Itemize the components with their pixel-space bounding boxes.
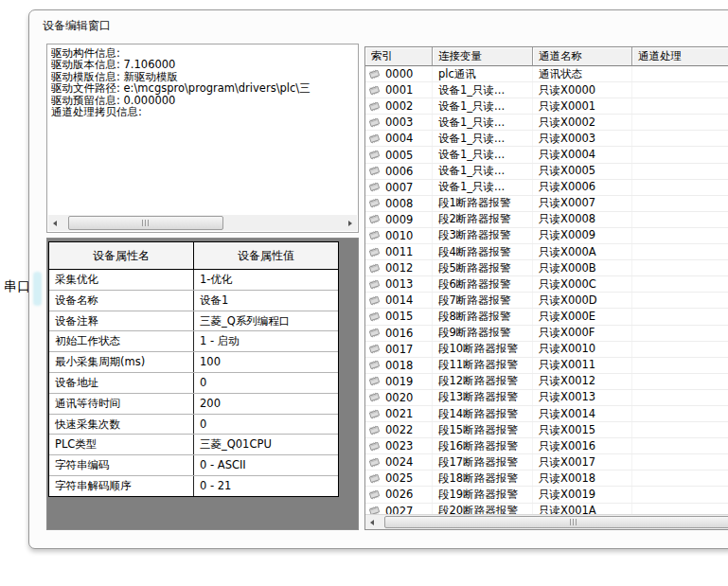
driver-scrollbar-track[interactable]: [62, 215, 344, 231]
property-value-cell[interactable]: 100: [194, 352, 338, 372]
channel-processing-cell: [632, 293, 728, 308]
channel-row[interactable]: 0002设备1_只读...只读X0001: [365, 98, 728, 115]
channel-name-cell: 只读X0013: [533, 390, 632, 405]
column-header-channel-name[interactable]: 通道名称: [533, 47, 632, 66]
grid-scrollbar-track[interactable]: [379, 515, 728, 529]
property-row: 采集优化1-优化: [49, 270, 338, 291]
column-header-channel-processing[interactable]: 通道处理: [632, 47, 728, 66]
channel-index: 0000: [385, 67, 413, 80]
property-value-cell[interactable]: 设备1: [194, 291, 338, 311]
scroll-left-arrow-icon[interactable]: [48, 215, 62, 231]
property-name-cell: 字符串编码: [49, 455, 194, 475]
chip-icon: [367, 392, 381, 402]
grid-horizontal-scrollbar[interactable]: [365, 514, 728, 529]
property-value-cell[interactable]: 0: [194, 415, 338, 435]
scroll-left-arrow-icon[interactable]: [365, 515, 379, 529]
channel-index: 0010: [385, 229, 413, 242]
channel-variable-cell: 段19断路器报警: [433, 487, 533, 502]
property-value-cell[interactable]: 1-优化: [194, 270, 338, 290]
channel-row[interactable]: 0013段6断路器报警只读X000C: [365, 276, 728, 293]
channel-variable-cell: 设备1_只读...: [433, 164, 533, 179]
channel-row[interactable]: 0004设备1_只读...只读X0003: [365, 131, 728, 147]
channel-name-cell: 只读X0005: [533, 164, 632, 179]
column-header-variable[interactable]: 连接变量: [433, 47, 533, 66]
channel-index: 0016: [385, 327, 413, 340]
chip-icon: [367, 295, 381, 306]
channel-row[interactable]: 0006设备1_只读...只读X0005: [365, 164, 728, 180]
channel-processing-cell: [632, 276, 728, 292]
channel-row[interactable]: 0025段18断路器报警只读X0018: [365, 471, 728, 487]
property-name-cell: 初始工作状态: [49, 331, 194, 351]
channel-row[interactable]: 0018段11断路器报警只读X0011: [365, 358, 728, 374]
channel-variable-cell: 段9断路器报警: [433, 326, 533, 341]
channel-row[interactable]: 0008段1断路器报警只读X0007: [365, 196, 728, 212]
channel-index-cell: 0024: [365, 454, 433, 470]
channel-index: 0002: [385, 99, 413, 113]
channel-row[interactable]: 0009段2断路器报警只读X0008: [365, 212, 728, 228]
channel-row[interactable]: 0016段9断路器报警只读X000F: [365, 326, 728, 342]
chip-icon: [367, 182, 381, 192]
channel-row[interactable]: 0026段19断路器报警只读X0019: [365, 487, 728, 503]
channel-row[interactable]: 0024段17断路器报警只读X0017: [365, 454, 728, 471]
channel-row[interactable]: 0005设备1_只读...只读X0004: [365, 147, 728, 163]
chip-icon: [367, 117, 381, 128]
channel-variable-cell: 设备1_只读...: [433, 180, 533, 195]
property-value-header: 设备属性值: [194, 242, 338, 269]
channel-row[interactable]: 0017段10断路器报警只读X0010: [365, 342, 728, 358]
property-row: 设备注释三菱_Q系列编程口: [49, 311, 338, 332]
channel-processing-cell: [632, 471, 728, 486]
channel-index-cell: 0002: [365, 98, 433, 114]
driver-scrollbar-thumb[interactable]: [68, 216, 223, 230]
property-panel: 设备属性名 设备属性值 采集优化1-优化设备名称设备1设备注释三菱_Q系列编程口…: [46, 238, 359, 530]
chip-icon: [367, 263, 381, 274]
chip-icon: [367, 101, 381, 112]
chip-icon: [367, 344, 381, 354]
driver-horizontal-scrollbar[interactable]: [48, 215, 357, 231]
property-row: 通讯等待时间200: [49, 394, 338, 415]
channel-row[interactable]: 0015段8断路器报警只读X000E: [365, 309, 728, 325]
channel-row[interactable]: 0020段13断路器报警只读X0013: [365, 390, 728, 406]
channel-processing-cell: [632, 390, 728, 405]
channel-row[interactable]: 0000plc通讯通讯状态: [365, 66, 728, 82]
channel-variable-cell: 段1断路器报警: [433, 196, 533, 211]
property-name-cell: 最小采集周期(ms): [49, 352, 194, 372]
channel-name-cell: 只读X000D: [533, 293, 632, 308]
chip-icon: [367, 133, 381, 144]
property-value-cell[interactable]: 三菱_Q01CPU: [194, 435, 338, 454]
channel-row[interactable]: 0019段12断路器报警只读X0012: [365, 374, 728, 390]
channel-name-cell: 只读X0002: [533, 115, 632, 130]
channel-row[interactable]: 0007设备1_只读...只读X0006: [365, 180, 728, 196]
property-value-cell[interactable]: 200: [194, 394, 338, 414]
channel-row[interactable]: 0014段7断路器报警只读X000D: [365, 293, 728, 309]
column-header-index[interactable]: 索引: [365, 47, 433, 66]
channel-index-cell: 0011: [365, 244, 433, 259]
channel-row[interactable]: 0012段5断路器报警只读X000B: [365, 260, 728, 276]
channel-index: 0026: [385, 488, 413, 501]
chip-icon: [367, 328, 381, 338]
property-value-cell[interactable]: 0 - 21: [194, 476, 338, 496]
property-value-cell[interactable]: 0: [194, 373, 338, 393]
scroll-right-arrow-icon[interactable]: [344, 215, 357, 231]
property-value-cell[interactable]: 三菱_Q系列编程口: [194, 311, 338, 331]
channel-index-cell: 0008: [365, 196, 433, 211]
property-value-cell[interactable]: 0 - ASCII: [194, 455, 338, 475]
channel-index: 0023: [385, 439, 413, 453]
channel-row[interactable]: 0001设备1_只读...只读X0000: [365, 82, 728, 98]
channel-row[interactable]: 0011段4断路器报警只读X000A: [365, 244, 728, 260]
channel-row[interactable]: 0021段14断路器报警只读X0014: [365, 406, 728, 422]
channel-row[interactable]: 0003设备1_只读...只读X0002: [365, 115, 728, 131]
grid-scrollbar-thumb[interactable]: [384, 516, 728, 528]
chip-icon: [367, 279, 381, 290]
channel-row[interactable]: 0010段3断路器报警只读X0009: [365, 228, 728, 244]
property-row: 字符串解码顺序0 - 21: [49, 476, 338, 496]
channel-variable-cell: 段6断路器报警: [433, 276, 533, 292]
property-value-cell[interactable]: 1 - 启动: [194, 331, 338, 351]
chip-icon: [367, 489, 381, 500]
channel-row[interactable]: 0022段15断路器报警只读X0015: [365, 422, 728, 438]
channel-name-cell: 只读X0017: [533, 454, 632, 470]
channel-processing-cell: [632, 244, 728, 259]
property-name-cell: 设备名称: [49, 291, 194, 311]
channel-index: 0020: [385, 391, 413, 404]
channel-row[interactable]: 0023段16断路器报警只读X0016: [365, 438, 728, 454]
channel-variable-cell: 段18断路器报警: [433, 471, 533, 486]
